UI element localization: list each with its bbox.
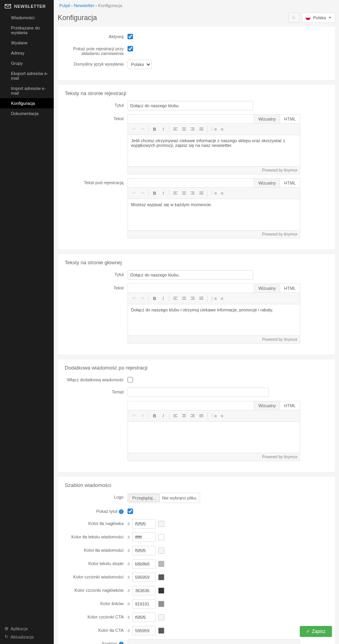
align-justify-button[interactable] (197, 412, 206, 420)
color-input[interactable] (132, 586, 156, 595)
sidebar-item[interactable]: Import adresów e-mail (0, 83, 54, 98)
color-swatch[interactable] (158, 587, 164, 594)
template-preview: SOTESHOP Lorem Ipsum is simply dummy tex… (128, 639, 300, 644)
tab-visual[interactable]: Wizualny (254, 179, 280, 187)
number-list-button[interactable]: ≡ (218, 189, 226, 197)
sidebar-item[interactable]: Adresy (0, 48, 54, 58)
sidebar-item[interactable]: Konfiguracja (0, 98, 54, 108)
save-button[interactable]: ✓ Zapisz (300, 626, 332, 637)
info-icon[interactable]: i (119, 642, 124, 644)
redo-button[interactable]: ↷ (138, 295, 147, 302)
color-swatch[interactable] (158, 521, 164, 527)
sidebar-item[interactable]: Wiadomości (0, 13, 54, 23)
align-center-button[interactable] (180, 189, 188, 197)
bullet-list-button[interactable]: ⋮≡ (209, 125, 218, 133)
bullet-list-button[interactable]: ⋮≡ (209, 412, 218, 420)
editor-content[interactable]: Możesz wypisać się w każdym momencie. (128, 199, 300, 231)
color-swatch[interactable] (158, 628, 164, 634)
align-center-button[interactable] (180, 412, 188, 420)
crumb-pulpit[interactable]: Pulpit (59, 3, 70, 8)
checkbox-extra-enable[interactable] (128, 377, 133, 382)
align-right-button[interactable] (188, 412, 197, 420)
editor-toolbar: ↶↷ BI ⋮≡≡ (128, 410, 300, 422)
tab-visual[interactable]: Wizualny (254, 401, 280, 410)
sidebar-item[interactable]: Dokumentacja (0, 108, 54, 119)
italic-button[interactable]: I (159, 412, 168, 420)
sidebar-foot-update[interactable]: ↻Aktualizacja (5, 633, 49, 641)
tab-html[interactable]: HTML (280, 401, 300, 410)
checkbox-activate[interactable] (128, 34, 133, 39)
tab-visual[interactable]: Wizualny (254, 284, 280, 293)
color-input[interactable] (132, 546, 156, 555)
input-reg-title[interactable] (128, 101, 253, 110)
italic-button[interactable]: I (159, 125, 168, 133)
bold-button[interactable]: B (150, 412, 159, 420)
file-logo[interactable]: Przeglądaj...Nie wybrano pliku. (128, 493, 200, 503)
select-default-lang[interactable]: Polska (128, 60, 152, 69)
editor-content[interactable]: Dołącz do naszego klubu i otrzymuj cieka… (128, 304, 300, 336)
color-swatch[interactable] (158, 601, 164, 607)
align-left-button[interactable] (171, 189, 180, 197)
bold-button[interactable]: B (150, 295, 159, 302)
bold-button[interactable]: B (150, 189, 159, 197)
align-right-button[interactable] (188, 189, 197, 197)
align-center-button[interactable] (180, 125, 188, 133)
checkbox-show-title[interactable] (128, 509, 133, 514)
color-swatch[interactable] (158, 547, 164, 554)
bullet-list-button[interactable]: ⋮≡ (209, 295, 218, 302)
sidebar-item[interactable]: Eksport adresów e-mail (0, 68, 54, 83)
color-input[interactable] (132, 559, 156, 569)
bullet-list-button[interactable]: ⋮≡ (209, 189, 218, 197)
browse-button[interactable]: Przeglądaj... (129, 494, 160, 502)
undo-button[interactable]: ↶ (129, 412, 138, 420)
align-justify-button[interactable] (197, 295, 206, 302)
color-input[interactable] (132, 519, 156, 529)
italic-button[interactable]: I (159, 189, 168, 197)
redo-button[interactable]: ↷ (138, 125, 147, 133)
tab-html[interactable]: HTML (280, 115, 300, 123)
sidebar-item[interactable]: Przekazane do wysłania (0, 23, 54, 38)
color-swatch[interactable] (158, 561, 164, 567)
sidebar-item[interactable]: Wysłane (0, 38, 54, 48)
undo-button[interactable]: ↶ (129, 125, 138, 133)
align-right-button[interactable] (188, 125, 197, 133)
number-list-button[interactable]: ≡ (218, 295, 226, 302)
number-list-button[interactable]: ≡ (218, 125, 226, 133)
sidebar-item[interactable]: Grupy (0, 58, 54, 68)
number-list-button[interactable]: ≡ (218, 412, 226, 420)
color-input[interactable] (132, 599, 156, 609)
italic-button[interactable]: I (159, 295, 168, 302)
color-swatch[interactable] (158, 574, 164, 580)
input-home-title[interactable] (128, 270, 253, 280)
undo-button[interactable]: ↶ (129, 295, 138, 302)
color-input[interactable] (132, 613, 156, 622)
align-center-button[interactable] (180, 295, 188, 302)
align-left-button[interactable] (171, 412, 180, 420)
tab-visual[interactable]: Wizualny (254, 115, 280, 123)
favorite-button[interactable]: ☆ (288, 13, 299, 23)
align-justify-button[interactable] (197, 125, 206, 133)
redo-button[interactable]: ↷ (138, 412, 147, 420)
checkbox-show-reg[interactable] (128, 46, 133, 51)
color-input[interactable] (132, 532, 156, 542)
color-input[interactable] (132, 626, 156, 635)
undo-button[interactable]: ↶ (129, 189, 138, 197)
tab-html[interactable]: HTML (280, 179, 300, 187)
editor-content[interactable]: Jeśli chcesz otrzymywać ciekawe informac… (128, 135, 300, 166)
color-swatch[interactable] (158, 534, 164, 540)
align-left-button[interactable] (171, 295, 180, 302)
crumb-newsletter[interactable]: Newsletter (74, 3, 94, 8)
bold-button[interactable]: B (150, 125, 159, 133)
color-swatch[interactable] (158, 614, 164, 620)
align-right-button[interactable] (188, 295, 197, 302)
editor-content[interactable] (128, 422, 300, 453)
align-left-button[interactable] (171, 125, 180, 133)
sidebar-foot-apps[interactable]: ⊞Aplikacje (5, 624, 49, 633)
info-icon[interactable]: i (119, 509, 124, 514)
tab-html[interactable]: HTML (280, 284, 300, 293)
redo-button[interactable]: ↷ (138, 189, 147, 197)
language-select[interactable]: Polska (302, 13, 335, 23)
color-input[interactable] (132, 573, 156, 582)
align-justify-button[interactable] (197, 189, 206, 197)
input-extra-subject[interactable] (128, 388, 269, 397)
